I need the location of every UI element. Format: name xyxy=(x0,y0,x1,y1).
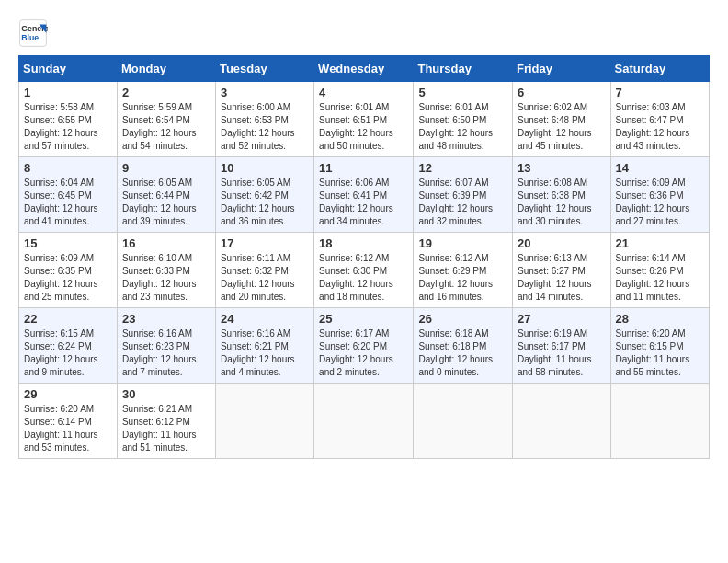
day-number: 15 xyxy=(24,236,112,250)
calendar-week-3: 15 Sunrise: 6:09 AM Sunset: 6:35 PM Dayl… xyxy=(19,233,710,308)
calendar-cell: 6 Sunrise: 6:02 AM Sunset: 6:48 PM Dayli… xyxy=(513,82,611,157)
day-number: 24 xyxy=(221,312,309,326)
day-info: Sunrise: 6:18 AM Sunset: 6:18 PM Dayligh… xyxy=(418,327,507,379)
calendar-cell: 19 Sunrise: 6:12 AM Sunset: 6:29 PM Dayl… xyxy=(414,233,513,308)
calendar-cell xyxy=(314,384,414,459)
day-info: Sunrise: 6:15 AM Sunset: 6:24 PM Dayligh… xyxy=(24,327,112,379)
day-info: Sunrise: 6:12 AM Sunset: 6:30 PM Dayligh… xyxy=(319,252,408,304)
day-info: Sunrise: 6:05 AM Sunset: 6:44 PM Dayligh… xyxy=(122,177,210,228)
day-info: Sunrise: 6:01 AM Sunset: 6:51 PM Dayligh… xyxy=(319,101,408,153)
day-info: Sunrise: 6:00 AM Sunset: 6:53 PM Dayligh… xyxy=(221,101,309,153)
day-number: 18 xyxy=(319,236,408,250)
calendar-cell: 3 Sunrise: 6:00 AM Sunset: 6:53 PM Dayli… xyxy=(215,82,313,157)
calendar-cell xyxy=(513,384,611,459)
calendar-header-friday: Friday xyxy=(513,56,611,82)
day-number: 7 xyxy=(616,86,704,99)
calendar-week-1: 1 Sunrise: 5:58 AM Sunset: 6:55 PM Dayli… xyxy=(19,82,710,157)
day-number: 26 xyxy=(418,312,507,326)
day-number: 5 xyxy=(418,86,507,99)
logo: General Blue xyxy=(18,18,48,48)
day-info: Sunrise: 6:14 AM Sunset: 6:26 PM Dayligh… xyxy=(616,252,704,304)
calendar-cell xyxy=(414,384,513,459)
logo-icon: General Blue xyxy=(18,18,48,48)
day-info: Sunrise: 6:10 AM Sunset: 6:33 PM Dayligh… xyxy=(122,252,210,304)
day-info: Sunrise: 6:16 AM Sunset: 6:23 PM Dayligh… xyxy=(122,327,210,379)
calendar-header-thursday: Thursday xyxy=(414,56,513,82)
calendar-cell: 16 Sunrise: 6:10 AM Sunset: 6:33 PM Dayl… xyxy=(117,233,215,308)
day-number: 11 xyxy=(319,161,408,175)
day-number: 10 xyxy=(221,161,309,175)
day-number: 27 xyxy=(518,312,606,326)
day-info: Sunrise: 6:09 AM Sunset: 6:36 PM Dayligh… xyxy=(616,177,704,228)
calendar-cell: 20 Sunrise: 6:13 AM Sunset: 6:27 PM Dayl… xyxy=(513,233,611,308)
day-number: 23 xyxy=(122,312,210,326)
calendar-cell: 15 Sunrise: 6:09 AM Sunset: 6:35 PM Dayl… xyxy=(19,233,118,308)
day-number: 29 xyxy=(24,387,112,401)
calendar-cell xyxy=(215,384,313,459)
calendar-cell: 24 Sunrise: 6:16 AM Sunset: 6:21 PM Dayl… xyxy=(215,308,313,384)
day-info: Sunrise: 5:58 AM Sunset: 6:55 PM Dayligh… xyxy=(24,101,112,153)
day-number: 21 xyxy=(616,236,704,250)
day-number: 6 xyxy=(518,86,606,99)
day-info: Sunrise: 6:02 AM Sunset: 6:48 PM Dayligh… xyxy=(518,101,606,153)
day-info: Sunrise: 6:01 AM Sunset: 6:50 PM Dayligh… xyxy=(418,101,507,153)
calendar-header-monday: Monday xyxy=(117,56,215,82)
day-info: Sunrise: 6:17 AM Sunset: 6:20 PM Dayligh… xyxy=(319,327,408,379)
calendar-week-2: 8 Sunrise: 6:04 AM Sunset: 6:45 PM Dayli… xyxy=(19,157,710,233)
calendar-header-tuesday: Tuesday xyxy=(215,56,313,82)
calendar-week-5: 29 Sunrise: 6:20 AM Sunset: 6:14 PM Dayl… xyxy=(19,384,710,459)
calendar-cell: 10 Sunrise: 6:05 AM Sunset: 6:42 PM Dayl… xyxy=(215,157,313,233)
day-info: Sunrise: 5:59 AM Sunset: 6:54 PM Dayligh… xyxy=(122,101,210,153)
day-number: 25 xyxy=(319,312,408,326)
day-number: 8 xyxy=(24,161,112,175)
day-number: 2 xyxy=(122,86,210,99)
calendar-cell: 27 Sunrise: 6:19 AM Sunset: 6:17 PM Dayl… xyxy=(513,308,611,384)
day-info: Sunrise: 6:07 AM Sunset: 6:39 PM Dayligh… xyxy=(418,177,507,228)
day-info: Sunrise: 6:09 AM Sunset: 6:35 PM Dayligh… xyxy=(24,252,112,304)
calendar-week-4: 22 Sunrise: 6:15 AM Sunset: 6:24 PM Dayl… xyxy=(19,308,710,384)
calendar-header-wednesday: Wednesday xyxy=(314,56,414,82)
calendar-cell: 21 Sunrise: 6:14 AM Sunset: 6:26 PM Dayl… xyxy=(610,233,709,308)
calendar-cell: 25 Sunrise: 6:17 AM Sunset: 6:20 PM Dayl… xyxy=(314,308,414,384)
day-number: 20 xyxy=(518,236,606,250)
day-info: Sunrise: 6:05 AM Sunset: 6:42 PM Dayligh… xyxy=(221,177,309,228)
day-info: Sunrise: 6:20 AM Sunset: 6:14 PM Dayligh… xyxy=(24,403,112,454)
calendar-header-saturday: Saturday xyxy=(610,56,709,82)
calendar-cell: 23 Sunrise: 6:16 AM Sunset: 6:23 PM Dayl… xyxy=(117,308,215,384)
day-number: 14 xyxy=(616,161,704,175)
calendar-cell: 12 Sunrise: 6:07 AM Sunset: 6:39 PM Dayl… xyxy=(414,157,513,233)
day-number: 3 xyxy=(221,86,309,99)
day-number: 13 xyxy=(518,161,606,175)
calendar-cell: 9 Sunrise: 6:05 AM Sunset: 6:44 PM Dayli… xyxy=(117,157,215,233)
day-info: Sunrise: 6:11 AM Sunset: 6:32 PM Dayligh… xyxy=(221,252,309,304)
calendar-cell: 30 Sunrise: 6:21 AM Sunset: 6:12 PM Dayl… xyxy=(117,384,215,459)
calendar-cell: 18 Sunrise: 6:12 AM Sunset: 6:30 PM Dayl… xyxy=(314,233,414,308)
calendar-cell: 29 Sunrise: 6:20 AM Sunset: 6:14 PM Dayl… xyxy=(19,384,118,459)
calendar-cell: 11 Sunrise: 6:06 AM Sunset: 6:41 PM Dayl… xyxy=(314,157,414,233)
calendar-cell: 8 Sunrise: 6:04 AM Sunset: 6:45 PM Dayli… xyxy=(19,157,118,233)
day-number: 9 xyxy=(122,161,210,175)
day-info: Sunrise: 6:13 AM Sunset: 6:27 PM Dayligh… xyxy=(518,252,606,304)
day-info: Sunrise: 6:12 AM Sunset: 6:29 PM Dayligh… xyxy=(418,252,507,304)
calendar-cell: 26 Sunrise: 6:18 AM Sunset: 6:18 PM Dayl… xyxy=(414,308,513,384)
day-info: Sunrise: 6:08 AM Sunset: 6:38 PM Dayligh… xyxy=(518,177,606,228)
calendar-table: SundayMondayTuesdayWednesdayThursdayFrid… xyxy=(18,55,710,459)
day-number: 12 xyxy=(418,161,507,175)
calendar-cell xyxy=(610,384,709,459)
calendar-cell: 1 Sunrise: 5:58 AM Sunset: 6:55 PM Dayli… xyxy=(19,82,118,157)
calendar-cell: 14 Sunrise: 6:09 AM Sunset: 6:36 PM Dayl… xyxy=(610,157,709,233)
page-header: General Blue xyxy=(18,18,710,48)
calendar-cell: 4 Sunrise: 6:01 AM Sunset: 6:51 PM Dayli… xyxy=(314,82,414,157)
day-number: 16 xyxy=(122,236,210,250)
day-number: 30 xyxy=(122,387,210,401)
day-number: 1 xyxy=(24,86,112,99)
day-info: Sunrise: 6:19 AM Sunset: 6:17 PM Dayligh… xyxy=(518,327,606,379)
day-info: Sunrise: 6:03 AM Sunset: 6:47 PM Dayligh… xyxy=(616,101,704,153)
calendar-cell: 28 Sunrise: 6:20 AM Sunset: 6:15 PM Dayl… xyxy=(610,308,709,384)
calendar-header-row: SundayMondayTuesdayWednesdayThursdayFrid… xyxy=(19,56,710,82)
day-info: Sunrise: 6:20 AM Sunset: 6:15 PM Dayligh… xyxy=(616,327,704,379)
day-number: 22 xyxy=(24,312,112,326)
day-number: 19 xyxy=(418,236,507,250)
calendar-cell: 13 Sunrise: 6:08 AM Sunset: 6:38 PM Dayl… xyxy=(513,157,611,233)
svg-text:Blue: Blue xyxy=(21,33,39,42)
